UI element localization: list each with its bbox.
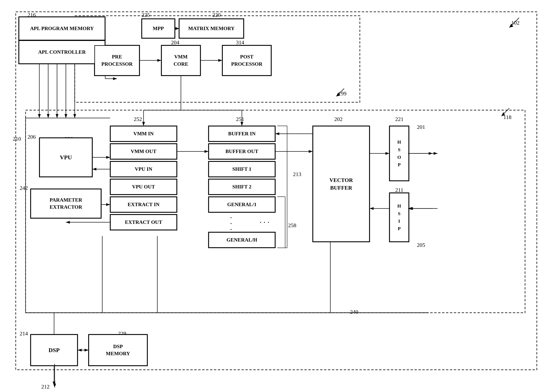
svg-marker-48 [142,122,145,126]
ref-212: 212 [41,384,49,390]
matrix-memory-box: MATRIX MEMORY [179,19,244,38]
buffer-in-box: BUFFER IN [209,126,275,142]
svg-marker-59 [385,152,389,155]
hsop-box: HSOP [389,126,409,181]
svg-marker-37 [64,114,67,118]
svg-marker-44 [218,59,222,62]
hsip-box: HSIP [389,193,409,242]
ref-211: 211 [395,187,403,193]
svg-marker-53 [204,150,209,153]
buffer-out-box: BUFFER OUT [209,144,275,159]
mpp-box: MPP [142,19,175,38]
general1-label: GENERAL/1 [227,202,257,208]
ref-214: 214 [20,330,28,337]
svg-marker-42 [157,59,161,62]
extract-in-box: EXTRACT IN [110,197,177,212]
extract-out-box: EXTRACT OUT [110,214,177,230]
ref-314: 314 [236,39,244,46]
ref-242: 242 [20,185,28,191]
ref-221: 221 [395,116,404,122]
ref-240: 240 [350,309,358,315]
svg-marker-106 [434,152,438,155]
svg-marker-69 [92,168,96,170]
pre-processor-box: PREPROCESSOR [94,45,140,76]
buffer-out-label: BUFFER OUT [226,148,258,154]
mpp-label: MPP [153,26,164,31]
hsip-label: HSIP [397,202,401,232]
vpu-in-box: VPU IN [110,161,177,177]
svg-marker-67 [106,156,110,159]
ref-102-arrow [507,16,537,31]
post-processor-box: POSTPROCESSOR [222,45,271,76]
ref-220: 220 [212,12,221,18]
hsip-input-arrow [408,203,447,214]
vpu-label: VPU [60,154,72,161]
ref-213: 213 [293,171,301,177]
ref-251: 251 [236,116,244,122]
dsp-box: DSP [30,334,78,366]
buffer-in-label: BUFFER IN [228,131,255,137]
vmm-out-box: VMM OUT [110,144,177,159]
apl-controller-box: APL CONTROLLER [19,40,105,64]
ref-205: 205 [417,242,425,248]
generalh-box: GENERAL/H [209,232,275,248]
vpu-in-label: VPU IN [135,166,152,172]
shift2-label: SHIFT 2 [232,184,251,190]
hsop-label: HSOP [397,138,401,168]
apl-program-memory-label: APL PROGRAM MEMORY [30,26,94,31]
vmm-out-label: VMM OUT [131,148,157,154]
svg-marker-61 [370,207,374,210]
extract-out-label: EXTRACT OUT [125,219,162,225]
ref-252: 252 [134,116,142,122]
apl-controller-label: APL CONTROLLER [38,49,86,55]
ref-206: 206 [28,134,36,140]
vmm-in-box: VMM IN [110,126,177,142]
ref-204: 204 [171,39,179,46]
generalh-label: GENERAL/H [227,237,257,243]
ref-118-arrow [500,106,519,118]
parameter-extractor-box: PARAMETEREXTRACTOR [30,189,101,218]
svg-marker-34 [38,114,41,118]
ref-199-arrow [334,87,354,98]
parameter-extractor-label: PARAMETEREXTRACTOR [49,196,82,211]
ref-212-arrow [49,364,61,392]
vector-buffer-box: VECTORBUFFER [313,126,370,242]
dots-indicator: · · · [231,214,298,230]
ref-225: 225 [142,12,150,18]
svg-marker-71 [106,203,110,206]
svg-marker-57 [275,132,279,135]
dots-label: · · · [260,218,269,227]
extract-in-label: EXTRACT IN [128,202,160,208]
shift1-label: SHIFT 1 [232,166,251,172]
svg-marker-36 [56,114,58,118]
svg-marker-38 [73,114,76,118]
svg-marker-98 [113,77,117,80]
vector-buffer-label: VECTORBUFFER [329,176,353,192]
pre-processor-label: PREPROCESSOR [101,53,133,68]
ref-201: 201 [417,124,425,130]
vpu-box: VPU [39,138,92,177]
ref-210: 210 [13,136,21,142]
post-processor-label: POSTPROCESSOR [231,53,263,68]
svg-marker-51 [241,122,243,126]
dsp-memory-box: DSPMEMORY [89,334,147,366]
svg-marker-79 [78,349,82,351]
shift1-box: SHIFT 1 [209,161,275,177]
vmm-core-box: VMMCORE [161,45,201,76]
matrix-memory-label: MATRIX MEMORY [188,26,235,31]
vpu-out-box: VPU OUT [110,179,177,195]
dsp-label: DSP [49,347,60,353]
svg-marker-110 [53,384,56,387]
shift2-box: SHIFT 2 [209,179,275,195]
apl-program-memory-box: APL PROGRAM MEMORY [19,17,105,40]
diagram: · · · 216 225 220 302 204 314 199 102 11… [0,0,550,392]
svg-marker-55 [309,150,313,153]
hsop-output-arrow [408,147,447,159]
svg-marker-35 [47,114,49,118]
vpu-out-label: VPU OUT [132,184,155,190]
svg-marker-73 [66,221,70,224]
svg-marker-108 [408,207,412,210]
vmm-core-label: VMMCORE [174,53,188,68]
ref-202: 202 [334,116,342,122]
general1-box: GENERAL/1 [209,197,275,212]
